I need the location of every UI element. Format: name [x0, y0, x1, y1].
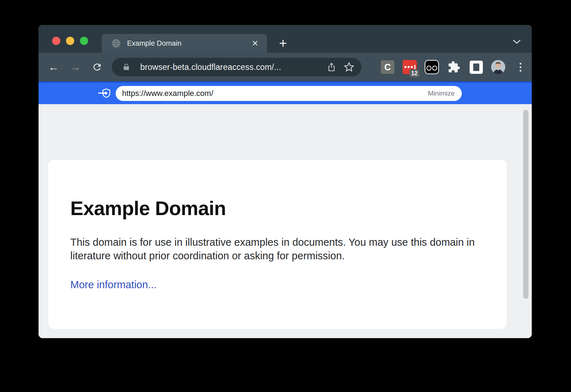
globe-icon — [112, 39, 121, 48]
minimize-window-button[interactable] — [66, 37, 74, 45]
tab-title: Example Domain — [127, 39, 252, 47]
page-heading: Example Domain — [70, 197, 478, 220]
window-controls — [52, 37, 88, 45]
minimize-button[interactable]: Minimize — [428, 90, 455, 97]
forward-button[interactable]: → — [68, 60, 82, 74]
address-url-text: browser-beta.cloudflareaccess.com/... — [140, 62, 319, 72]
shield-arrow-icon — [97, 88, 112, 99]
puzzle-icon — [448, 61, 460, 73]
isolated-url-text: https://www.example.com/ — [122, 89, 428, 98]
extensions-menu-button[interactable] — [446, 60, 461, 75]
lock-icon — [122, 63, 130, 71]
chevron-down-icon[interactable] — [512, 39, 521, 44]
nav-toolbar: ← → browser-beta.cloudflareaccess.com/..… — [39, 53, 532, 81]
extension-password-button[interactable]: 12 — [402, 60, 417, 75]
side-panel-icon — [470, 61, 483, 74]
glasses-icon — [425, 60, 439, 74]
close-window-button[interactable] — [52, 37, 60, 45]
page-viewport: Example Domain This domain is for use in… — [39, 104, 532, 338]
star-icon[interactable] — [344, 62, 354, 72]
isolation-bar: https://www.example.com/ Minimize — [39, 81, 532, 104]
browser-tab[interactable]: Example Domain ✕ — [102, 34, 267, 53]
extension-c-button[interactable]: C — [380, 60, 395, 75]
zoom-window-button[interactable] — [80, 37, 88, 45]
new-tab-button[interactable]: + — [275, 36, 291, 50]
extension-badge: 12 — [409, 69, 419, 77]
browser-window: Example Domain ✕ + ← → browser-beta.clou… — [39, 25, 532, 338]
address-bar[interactable]: browser-beta.cloudflareaccess.com/... — [112, 58, 362, 76]
scrollbar[interactable] — [523, 110, 529, 299]
page-paragraph: This domain is for use in illustrative e… — [70, 235, 478, 263]
avatar — [491, 60, 505, 74]
extension-glasses-button[interactable] — [424, 60, 439, 75]
extension-c-icon: C — [381, 60, 394, 74]
share-icon[interactable] — [327, 62, 337, 72]
reload-button[interactable] — [90, 60, 104, 74]
more-information-link[interactable]: More information... — [70, 279, 157, 291]
isolated-url-field[interactable]: https://www.example.com/ Minimize — [116, 86, 462, 101]
kebab-menu-icon — [520, 63, 521, 72]
back-button[interactable]: ← — [46, 60, 61, 74]
titlebar: Example Domain ✕ + — [39, 25, 532, 53]
side-panel-button[interactable] — [469, 60, 484, 75]
content-card: Example Domain This domain is for use in… — [48, 160, 507, 329]
browser-menu-button[interactable] — [513, 60, 528, 75]
tab-close-icon[interactable]: ✕ — [252, 40, 258, 47]
profile-avatar[interactable] — [491, 60, 506, 75]
